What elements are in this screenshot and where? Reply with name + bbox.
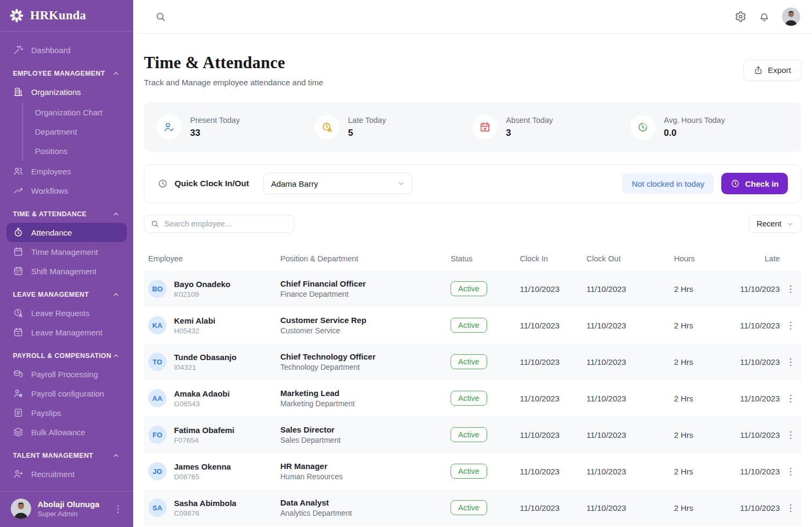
sidebar-item-leave-requests[interactable]: Leave Requests [6,303,127,323]
search-icon[interactable] [155,11,166,23]
building-icon [13,86,24,97]
chevron-down-icon [397,179,405,188]
late-value: 11/10/2023 [735,284,780,294]
chevron-up-icon [112,210,120,218]
department: Finance Department [280,290,451,298]
nav-section-leave-management[interactable]: LEAVE MANAGEMENT [6,288,127,301]
table-row[interactable]: BO Bayo Onadeko K02109 Chief Financial O… [144,270,801,307]
row-menu-button[interactable]: ⋮ [782,391,800,406]
page-title: Time & Attendance [144,53,323,72]
nav-subgroup: Organization ChartDepartmentPositions [23,103,127,160]
sidebar-item-label: Dashboard [31,46,70,55]
chevron-up-icon [112,352,120,360]
nav-section-label: TIME & ATTENDANCE [13,210,86,218]
stat-value: 3 [506,128,553,138]
sidebar-item-employees[interactable]: Employees [6,162,127,181]
row-menu-button[interactable]: ⋮ [782,428,800,442]
sidebar-item-label: Workflows [31,186,68,195]
sidebar-item-payslips[interactable]: Payslips [6,403,127,422]
clock-in-value: 11/10/2023 [520,394,586,403]
employee-id: G06543 [174,400,230,408]
table-row[interactable]: JO James Okenna D08765 HR Manager Human … [144,453,801,489]
calendar-grid-icon [13,266,24,276]
row-menu-button[interactable]: ⋮ [782,464,800,479]
nav-section-payroll-compensation[interactable]: PAYROLL & COMPENSATION [6,349,127,362]
calendar-icon [13,246,24,257]
calendar-x-icon [479,121,491,133]
employee-name: Sasha Abimbola [174,499,236,508]
sidebar-item-label: Recruitment [31,470,75,479]
table-row[interactable]: FO Fatima Obafemi F07654 Sales Director … [144,416,801,453]
user-menu-button[interactable]: ⋮ [110,502,126,516]
nav-section-talent-management[interactable]: TALENT MANAGEMENT [6,449,127,462]
employee-name: Amaka Adaobi [174,389,230,398]
sidebar-user[interactable]: Abolaji Olunuga Super Admin ⋮ [0,491,133,527]
employee-id: C09876 [174,509,236,517]
department: Customer Service [280,326,451,335]
clock-out-value: 11/10/2023 [586,321,674,330]
attendance-table: EmployeePosition & DepartmentStatusClock… [144,247,801,526]
row-menu-button[interactable]: ⋮ [782,318,800,333]
sidebar-item-workflows[interactable]: Workflows [6,181,127,200]
sidebar-item-time-management[interactable]: Time Management [6,242,127,261]
settings-gear-icon[interactable] [735,11,746,23]
sidebar-item-positions[interactable]: Positions [30,141,127,160]
sidebar-item-dashboard[interactable]: Dashboard [6,40,127,60]
stat-present-today: Present Today33 [157,115,315,140]
nav-section-time-attendance[interactable]: TIME & ATTENDANCE [6,208,127,221]
calendar-minus-icon [13,327,24,338]
table-row[interactable]: SA Sasha Abimbola C09876 Data Analyst An… [144,489,801,526]
column-header-clock-out: Clock Out [586,254,674,263]
column-header-late: Late [735,254,780,263]
row-menu-button[interactable]: ⋮ [782,501,800,515]
sidebar-item-organizations[interactable]: Organizations [6,82,127,101]
sidebar-item-department[interactable]: Department [30,122,127,141]
export-icon [753,65,763,75]
notifications-bell-icon[interactable] [758,11,770,23]
sidebar-item-shift-management[interactable]: Shift Management [6,261,127,281]
nav-section-employee-management[interactable]: EMPLOYEE MANAGEMENT [6,67,127,80]
sort-dropdown-value: Recent [757,219,781,228]
department: Marketing Department [280,399,451,408]
employee-select-value: Adama Barry [271,179,318,188]
table-row[interactable]: TO Tunde Obasanjo I04321 Chief Technolog… [144,343,801,380]
clock-status-pill: Not clocked in today [622,173,714,194]
clock-in-value: 11/10/2023 [520,503,586,513]
stat-label: Present Today [190,116,240,125]
brand[interactable]: HRKunda [0,0,133,32]
clock-icon [157,178,168,189]
row-menu-button[interactable]: ⋮ [782,282,800,296]
late-value: 11/10/2023 [735,430,780,440]
position: HR Manager [280,462,451,471]
employee-name: Bayo Onadeko [174,280,230,289]
sidebar-item-payroll-processing[interactable]: Payroll Processing [6,364,127,384]
clock-person-icon [13,308,24,318]
position: Chief Financial Officer [280,279,451,288]
employee-name: Fatima Obafemi [174,426,235,435]
profile-avatar[interactable] [782,8,800,26]
export-button[interactable]: Export [743,60,801,81]
status-badge: Active [451,354,487,369]
column-header-hours: Hours [674,254,735,263]
check-in-button[interactable]: Check in [721,173,788,194]
table-row[interactable]: AA Amaka Adaobi G06543 Marketing Lead Ma… [144,380,801,416]
sidebar-nav: DashboardEMPLOYEE MANAGEMENTOrganization… [0,32,133,484]
stat-avg-hours-today: Avg. Hours Today0.0 [630,115,788,140]
sidebar-item-bulk-allowance[interactable]: Bulk Allowance [6,422,127,442]
employee-select[interactable]: Adama Barry [263,173,412,194]
sidebar-item-payroll-configuration[interactable]: Payroll configuration [6,384,127,403]
clock-out-value: 11/10/2023 [586,284,674,294]
sidebar-item-attendance[interactable]: Attendance [6,223,127,242]
department: Technology Department [280,363,451,371]
table-row[interactable]: KA Kemi Alabi H05432 Customer Service Re… [144,307,801,343]
sort-dropdown[interactable]: Recent [748,215,801,233]
clock-dashed-icon [637,121,649,133]
sidebar-item-recruitment[interactable]: Recruitment [6,464,127,484]
quick-clock-card: Quick Clock In/Out Adama Barry Not clock… [144,164,801,203]
nav-section-label: TALENT MANAGEMENT [13,452,93,459]
sidebar-item-organization-chart[interactable]: Organization Chart [30,103,127,122]
layers-icon [13,427,24,437]
employee-search-input[interactable] [144,215,294,233]
row-menu-button[interactable]: ⋮ [782,355,800,369]
sidebar-item-leave-management[interactable]: Leave Management [6,323,127,342]
